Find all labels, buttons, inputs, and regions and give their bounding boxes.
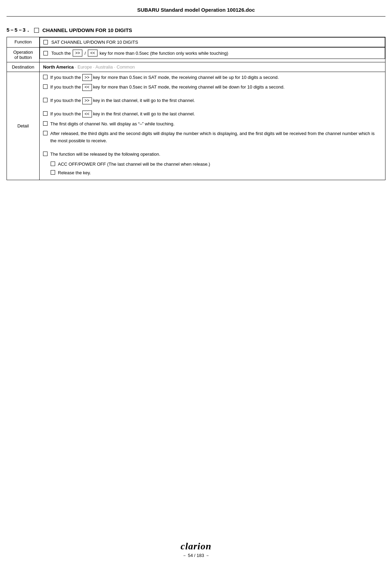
- key-back-4: <<: [82, 111, 92, 117]
- section-header: 5－5－3． CHANNEL UP/DOWN FOR 10 DIGITS: [7, 27, 385, 33]
- document-title: SUBARU Standard model Operation 100126.d…: [7, 7, 385, 17]
- detail-item-5: The first digits of channel No. will dis…: [43, 121, 382, 128]
- detail-item-1: If you touch the >> key for more than 0.…: [43, 74, 382, 81]
- destination-content: North America · Europe · Australia · Com…: [40, 62, 385, 72]
- footer: clarion － 54 / 183 －: [180, 541, 211, 559]
- key-back-2: <<: [82, 84, 92, 91]
- clarion-logo: clarion: [180, 541, 211, 552]
- destination-bold: North America: [43, 64, 74, 70]
- detail-checkbox-3: [43, 98, 48, 102]
- detail-checkbox-2: [43, 84, 48, 89]
- detail-content: If you touch the >> key for more than 0.…: [40, 72, 385, 180]
- destination-label: Destination: [7, 62, 40, 72]
- detail-item-6: After released, the third digits and the…: [43, 130, 382, 145]
- operation-checkbox: [43, 51, 48, 55]
- sub-text-2: Release the key.: [58, 169, 91, 177]
- sub-text-1: ACC OFF/POWER OFF (The last channel will…: [58, 161, 210, 168]
- detail-item-7: The function will be released by the fol…: [43, 151, 382, 158]
- operation-content: Touch the >> / << key for more than 0.5s…: [40, 47, 385, 59]
- function-checkbox: [43, 40, 48, 44]
- detail-item-3: If you touch the >> key in the last chan…: [43, 97, 382, 104]
- detail-checkbox-6: [43, 131, 48, 135]
- section-number: 5－5－3．: [7, 27, 31, 33]
- sub-checkbox-1: [51, 162, 55, 166]
- detail-label: Detail: [7, 72, 40, 180]
- detail-text-5: The first digits of channel No. will dis…: [50, 121, 382, 128]
- key-forward-1: >>: [82, 74, 92, 81]
- operation-row: Operation of button Touch the >> / << ke…: [7, 47, 385, 62]
- detail-checkbox-7: [43, 152, 48, 156]
- detail-text-6: After released, the third digits and the…: [50, 130, 382, 145]
- detail-item-2: If you touch the << key for more than 0.…: [43, 84, 382, 91]
- operation-text-before: Touch the: [51, 51, 71, 56]
- sub-item-2: Release the key.: [51, 169, 382, 177]
- main-table: Function SAT CHANNEL UP/DOWN FOR 10 DIGI…: [7, 37, 385, 180]
- key-forward: >>: [73, 50, 82, 56]
- function-label: Function: [7, 37, 40, 48]
- detail-row: Detail If you touch the >> key for more …: [7, 72, 385, 180]
- sub-checkbox-2: [51, 170, 55, 175]
- page-number: － 54 / 183 －: [182, 553, 210, 558]
- section-title: CHANNEL UP/DOWN FOR 10 DIGITS: [42, 27, 132, 33]
- detail-item-4: If you touch the << key in the first cha…: [43, 111, 382, 118]
- destination-row: Destination North America · Europe · Aus…: [7, 62, 385, 72]
- key-forward-3: >>: [82, 97, 92, 104]
- section-checkbox: [34, 28, 39, 33]
- key-back: <<: [88, 50, 97, 56]
- detail-checkbox-4: [43, 111, 48, 116]
- detail-checkbox-5: [43, 121, 48, 126]
- sub-item-1: ACC OFF/POWER OFF (The last channel will…: [51, 161, 382, 168]
- detail-checkbox-1: [43, 75, 48, 79]
- function-row: Function SAT CHANNEL UP/DOWN FOR 10 DIGI…: [7, 37, 385, 48]
- operation-text-after: key for more than 0.5sec (the function o…: [100, 51, 228, 56]
- operation-label: Operation of button: [7, 47, 40, 62]
- operation-separator: /: [84, 51, 86, 56]
- function-text: SAT CHANNEL UP/DOWN FOR 10 DIGITS: [51, 40, 138, 45]
- function-content: SAT CHANNEL UP/DOWN FOR 10 DIGITS: [40, 37, 385, 47]
